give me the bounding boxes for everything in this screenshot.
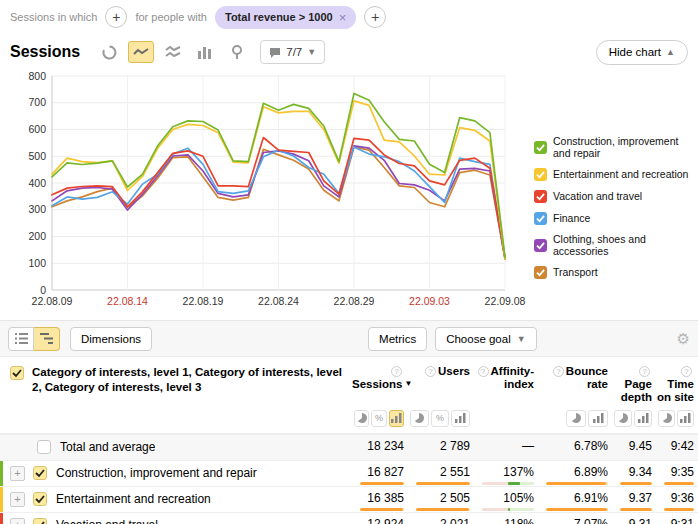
pie-toggle-icon[interactable] — [410, 410, 429, 427]
bars-toggle-icon[interactable] — [588, 410, 608, 427]
bars-toggle-icon[interactable] — [451, 410, 470, 427]
chart-zone: 010020030040050060070080022.08.0922.08.1… — [0, 68, 698, 320]
table-row[interactable]: +Vacation and travel12 9242 021118%7.07%… — [0, 512, 698, 524]
row-checkbox[interactable] — [37, 440, 51, 454]
pie-toggle-icon[interactable] — [614, 410, 632, 427]
metric-value: 16 385 — [367, 491, 404, 505]
column-header[interactable]: ?Users — [408, 357, 474, 405]
table-row[interactable]: Total and average18 2342 789—6.78%9.459:… — [0, 434, 698, 460]
pie-toggle-icon[interactable] — [354, 410, 369, 427]
percent-toggle-icon[interactable]: % — [431, 410, 450, 427]
legend-checkbox[interactable] — [534, 266, 547, 279]
list-view-icon[interactable] — [8, 327, 34, 351]
column-header[interactable]: ?Page depth — [612, 357, 656, 405]
column-header-label: Affinity-index — [491, 365, 534, 390]
metric-bar — [620, 482, 652, 485]
x-axis-tick: 22.08.09 — [32, 295, 73, 307]
add-people-filter-button[interactable]: + — [364, 6, 386, 28]
legend-item[interactable]: Finance — [534, 212, 694, 225]
choose-goal-button[interactable]: Choose goal ▼ — [435, 327, 537, 351]
map-pin-icon[interactable] — [224, 41, 250, 63]
bars-toggle-icon[interactable] — [677, 410, 694, 427]
metric-value: 9:42 — [671, 439, 694, 453]
y-axis-tick: 600 — [28, 123, 46, 135]
chart-title: Sessions — [10, 43, 80, 61]
x-axis-tick: 22.08.14 — [107, 295, 148, 307]
metrics-button[interactable]: Metrics — [368, 327, 427, 351]
help-icon[interactable]: ? — [478, 366, 489, 377]
help-icon[interactable]: ? — [391, 366, 402, 377]
stacked-chart-icon[interactable] — [160, 41, 186, 63]
help-icon[interactable]: ? — [425, 366, 436, 377]
metric-value-cell: 2 551 — [408, 461, 474, 486]
metric-bar — [360, 508, 404, 511]
help-icon[interactable]: ? — [681, 366, 692, 377]
metric-value-cell: 9:31 — [656, 513, 698, 524]
help-icon[interactable]: ? — [553, 366, 564, 377]
gear-icon[interactable]: ⚙ — [677, 330, 690, 348]
column-toggles — [656, 410, 698, 427]
hide-chart-button[interactable]: Hide chart ▲ — [596, 40, 688, 65]
row-label: Vacation and travel — [56, 518, 158, 524]
metric-value-cell: 6.89% — [538, 461, 612, 486]
row-checkbox[interactable] — [33, 492, 47, 506]
column-header[interactable]: ?Bounce rate — [538, 357, 612, 405]
bars-toggle-icon[interactable] — [634, 410, 652, 427]
metric-value-cell: 16 827 — [352, 461, 408, 486]
bars-toggle-icon[interactable] — [389, 410, 404, 427]
filter-chip-label: Total revenue > 1000 — [225, 11, 333, 23]
row-checkbox[interactable] — [33, 466, 47, 480]
chevron-up-icon: ▲ — [666, 47, 675, 57]
column-header[interactable]: ?Sessions▼ — [352, 357, 408, 405]
tree-view-icon[interactable] — [34, 327, 60, 351]
row-checkbox[interactable] — [33, 518, 47, 524]
legend-item[interactable]: Entertainment and recreation — [534, 168, 694, 181]
add-session-filter-button[interactable]: + — [105, 6, 127, 28]
column-toggles: % — [352, 410, 408, 427]
filter-chip[interactable]: Total revenue > 1000 × — [215, 6, 356, 29]
pie-toggle-icon[interactable] — [658, 410, 675, 427]
x-axis-tick: 22.08.29 — [334, 295, 375, 307]
column-header[interactable]: ?Affinity-index — [474, 357, 538, 405]
legend-item[interactable]: Construction, improvement and repair — [534, 136, 694, 159]
line-chart-icon[interactable] — [128, 41, 154, 63]
hide-chart-label: Hide chart — [609, 46, 661, 58]
annotations-button[interactable]: 7/7 ▼ — [260, 40, 325, 64]
expand-button[interactable]: + — [10, 466, 25, 481]
table-body: Total and average18 2342 789—6.78%9.459:… — [0, 434, 698, 524]
close-icon[interactable]: × — [339, 10, 347, 25]
legend-checkbox[interactable] — [534, 212, 547, 225]
row-values: 16 8272 551137%6.89%9.349:35 — [352, 461, 698, 486]
legend-item[interactable]: Vacation and travel — [534, 190, 694, 203]
metric-value: 9.31 — [629, 517, 652, 524]
table-toolbar: Dimensions Metrics Choose goal ▼ ⚙ — [0, 320, 698, 357]
row-values: 16 3852 505105%6.91%9.379:36 — [352, 487, 698, 512]
legend-item[interactable]: Clothing, shoes and accessories — [534, 234, 694, 257]
row-color-stripe — [0, 487, 3, 512]
expand-button[interactable]: + — [10, 492, 25, 507]
pie-chart-icon[interactable] — [96, 41, 122, 63]
dimensions-button[interactable]: Dimensions — [70, 327, 152, 351]
metric-bar — [664, 482, 694, 485]
metric-columns: ?Sessions▼?Users?Affinity-index?Bounce r… — [352, 357, 698, 433]
dimension-checkbox[interactable] — [10, 366, 24, 380]
column-toggles — [612, 410, 656, 427]
legend-checkbox[interactable] — [534, 141, 547, 154]
legend-checkbox[interactable] — [534, 239, 547, 252]
column-chart-icon[interactable] — [192, 41, 218, 63]
legend-checkbox[interactable] — [534, 190, 547, 203]
metric-value-cell: — — [474, 435, 538, 460]
metric-value-cell: 9:35 — [656, 461, 698, 486]
pie-toggle-icon[interactable] — [566, 410, 586, 427]
expand-button[interactable]: + — [10, 518, 25, 524]
chart-header: Sessions 7/7 ▼ Hide chart ▲ — [0, 32, 698, 68]
chevron-down-icon: ▼ — [517, 334, 526, 344]
column-header[interactable]: ?Time on site — [656, 357, 698, 405]
help-icon[interactable]: ? — [639, 366, 650, 377]
legend-item[interactable]: Transport — [534, 266, 694, 279]
percent-toggle-icon[interactable]: % — [371, 410, 386, 427]
legend-checkbox[interactable] — [534, 168, 547, 181]
table-row[interactable]: +Construction, improvement and repair16 … — [0, 460, 698, 486]
table-row[interactable]: +Entertainment and recreation16 3852 505… — [0, 486, 698, 512]
row-color-stripe — [0, 513, 3, 524]
